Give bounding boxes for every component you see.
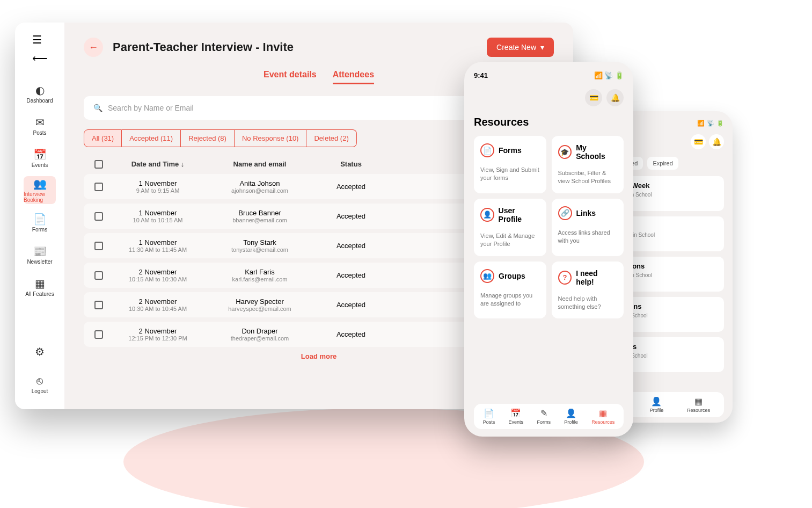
bell-icon[interactable]: 🔔 (606, 89, 624, 106)
newspaper-icon: 📰 (33, 245, 47, 258)
checkbox[interactable] (94, 242, 103, 250)
calendar-icon: 📅 (33, 148, 47, 161)
grid-icon: ▦ (694, 396, 703, 407)
bottom-nav: 📄Posts 📅Events ✎Forms 👤Profile ▦Resource… (474, 404, 624, 429)
search-placeholder: Search by Name or Email (108, 104, 194, 112)
nav-events[interactable]: 📅Events (509, 408, 524, 425)
sidebar-label: Dashboard (27, 98, 53, 104)
signal-icon: 📶 (594, 71, 603, 79)
posts-icon: 📄 (484, 408, 494, 418)
wifi-icon: 📡 (604, 71, 613, 79)
search-icon: 🔍 (93, 104, 103, 112)
events-icon: 📅 (510, 408, 521, 418)
collapse-icon[interactable]: ⟵ (32, 52, 48, 64)
filter-deleted[interactable]: Deleted (2) (306, 129, 356, 147)
sidebar-item-newsletter[interactable]: 📰Newsletter (24, 241, 56, 268)
checkbox-all[interactable] (94, 160, 103, 169)
sidebar-item-dashboard[interactable]: ◐Dashboard (24, 79, 56, 107)
grid-icon: ▦ (35, 277, 45, 290)
sidebar-item-forms[interactable]: 📄Forms (24, 208, 56, 236)
profile-icon: 👤 (651, 396, 662, 407)
nav-posts[interactable]: 📄Posts (483, 408, 495, 425)
signal-icon: 📶 (697, 120, 705, 127)
resource-icon: 📄 (480, 143, 494, 157)
chevron-down-icon: ▾ (540, 43, 544, 52)
sidebar-item-interview-booking[interactable]: 👥Interview Booking (24, 176, 56, 204)
sidebar-item-logout[interactable]: ⎋Logout (24, 371, 56, 398)
resource-card[interactable]: ?I need help!Need help with something el… (552, 262, 624, 319)
create-new-button[interactable]: Create New▾ (487, 38, 554, 57)
sidebar-item-posts[interactable]: ✉Posts (24, 112, 56, 140)
filter-all[interactable]: All (31) (84, 129, 122, 147)
sidebar-label: All Features (25, 291, 54, 297)
resource-card[interactable]: 👤User ProfileView, Edit & Manage your Pr… (474, 199, 546, 256)
tab-event-details[interactable]: Event details (264, 70, 317, 84)
sidebar: ☰ ⟵ ◐Dashboard ✉Posts 📅Events 👥Interview… (15, 23, 64, 409)
gear-icon: ⚙ (35, 345, 45, 358)
resource-card[interactable]: 👥GroupsManage groups you are assigned to (474, 262, 546, 319)
forms-icon: ✎ (540, 408, 547, 418)
mail-icon: ✉ (35, 116, 45, 129)
document-icon: 📄 (33, 213, 47, 226)
sidebar-label: Newsletter (27, 259, 52, 265)
resource-icon: 👤 (480, 208, 494, 222)
profile-icon: 👤 (566, 408, 576, 418)
nav-resources[interactable]: ▦Resources (687, 396, 710, 413)
checkbox[interactable] (94, 212, 103, 221)
bell-icon[interactable]: 🔔 (709, 134, 724, 149)
grid-icon: ▦ (599, 408, 607, 418)
tab-attendees[interactable]: Attendees (333, 70, 374, 84)
sidebar-label: Interview Booking (24, 191, 56, 203)
col-name[interactable]: Name and email (206, 160, 313, 169)
page-title: Parent-Teacher Interview - Invite (113, 40, 294, 54)
phone-resources: 9:41 📶 📡 🔋 💳 🔔 Resources 📄FormsView, Sig… (464, 62, 633, 437)
filter-rejected[interactable]: Rejected (8) (181, 129, 235, 147)
resource-icon: 🎓 (558, 145, 572, 159)
card-icon[interactable]: 💳 (585, 89, 602, 106)
filter-accepted[interactable]: Accepted (11) (122, 129, 181, 147)
sidebar-item-all-features[interactable]: ▦All Features (24, 273, 56, 301)
people-icon: 👥 (33, 177, 47, 190)
checkbox[interactable] (94, 183, 103, 191)
wifi-icon: 📡 (707, 120, 714, 127)
card-icon[interactable]: 💳 (691, 134, 706, 149)
sidebar-item-events[interactable]: 📅Events (24, 144, 56, 172)
nav-profile[interactable]: 👤Profile (650, 396, 664, 413)
nav-resources[interactable]: ▦Resources (591, 408, 615, 425)
col-status[interactable]: Status (313, 160, 389, 169)
dashboard-icon: ◐ (35, 84, 45, 97)
menu-icon[interactable]: ☰ (32, 33, 48, 46)
resource-card[interactable]: 🎓My SchoolsSubscribe, Filter & view Scho… (552, 136, 624, 193)
create-label: Create New (496, 43, 536, 52)
checkbox[interactable] (94, 271, 103, 280)
chip-expired[interactable]: Expired (647, 157, 678, 170)
sidebar-label: Posts (33, 130, 46, 136)
resource-card[interactable]: 📄FormsView, Sign and Submit your forms (474, 136, 546, 193)
sidebar-label: Forms (32, 227, 47, 233)
resource-card[interactable]: 🔗LinksAccess links shared with you (552, 199, 624, 256)
nav-forms[interactable]: ✎Forms (537, 408, 551, 425)
battery-icon: 🔋 (615, 71, 624, 79)
checkbox[interactable] (94, 301, 103, 309)
resource-icon: 🔗 (558, 206, 572, 220)
logout-icon: ⎋ (36, 375, 43, 387)
sidebar-label: Logout (32, 388, 48, 394)
sidebar-label: Events (32, 162, 48, 168)
battery-icon: 🔋 (716, 120, 724, 127)
checkbox[interactable] (94, 330, 103, 339)
filter-no-response[interactable]: No Response (10) (235, 129, 307, 147)
resources-title: Resources (474, 116, 624, 128)
clock: 9:41 (474, 71, 488, 79)
nav-profile[interactable]: 👤Profile (564, 408, 578, 425)
sidebar-item-settings[interactable]: ⚙ (24, 338, 56, 366)
col-date[interactable]: Date and Time ↓ (109, 160, 206, 169)
resource-icon: 👥 (480, 269, 494, 283)
back-button[interactable]: ← (84, 38, 103, 57)
resource-icon: ? (558, 271, 572, 285)
